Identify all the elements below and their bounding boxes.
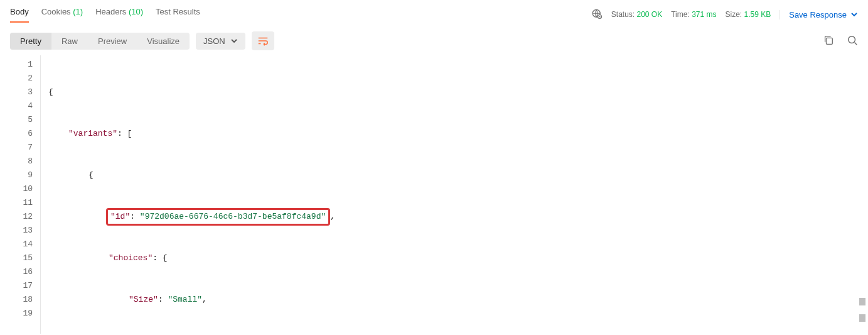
globe-icon[interactable]: [591, 8, 603, 21]
line-number: 15: [10, 251, 33, 265]
format-dropdown[interactable]: JSON: [196, 33, 245, 50]
wrap-icon: [257, 35, 269, 47]
svg-rect-2: [826, 38, 832, 44]
response-body: 1 2 3 4 5 6 7 8 9 10 11 12 13 14 15 16 1…: [0, 55, 868, 334]
chevron-down-icon: [850, 11, 858, 18]
size-value: 1.59 KB: [744, 10, 771, 19]
view-visualize[interactable]: Visualize: [137, 33, 190, 50]
line-number: 4: [10, 99, 33, 113]
code-content[interactable]: { "variants": [ { "id": "972d06ae-6676-4…: [40, 55, 868, 334]
search-icon: [847, 35, 858, 46]
line-number: 18: [10, 293, 33, 307]
line-number: 3: [10, 85, 33, 99]
status-size: Size: 1.59 KB: [725, 10, 771, 19]
copy-icon: [823, 35, 834, 46]
line-number: 12: [10, 210, 33, 224]
right-tools: [823, 35, 858, 48]
format-label: JSON: [203, 36, 225, 46]
line-number: 14: [10, 238, 33, 251]
line-number: 1: [10, 58, 33, 72]
svg-point-3: [849, 36, 855, 43]
line-number: 11: [10, 196, 33, 210]
line-number: 6: [10, 127, 33, 141]
tab-cookies-label: Cookies: [41, 7, 71, 16]
highlighted-id: "id": "972d06ae-6676-46c6-b3d7-be5af8fc4…: [106, 208, 330, 226]
scroll-marker: [859, 298, 865, 305]
line-number: 17: [10, 279, 33, 293]
code-line: {: [48, 168, 868, 182]
status-label: Status:: [611, 10, 635, 19]
status-bar: Status: 200 OK Time: 371 ms Size: 1.59 K…: [591, 8, 858, 21]
line-number: 2: [10, 72, 33, 85]
code-line: "id": "972d06ae-6676-46c6-b3d7-be5af8fc4…: [48, 210, 868, 224]
search-button[interactable]: [847, 35, 858, 48]
code-line: "variants": [: [48, 127, 868, 141]
line-number: 7: [10, 141, 33, 155]
view-mode-tabs: Pretty Raw Preview Visualize: [10, 33, 190, 50]
time-label: Time:: [671, 10, 690, 19]
code-line: "Size": "Small",: [48, 293, 868, 307]
size-label: Size:: [725, 10, 742, 19]
left-tools: Pretty Raw Preview Visualize JSON: [10, 31, 274, 50]
line-number: 10: [10, 182, 33, 196]
line-number: 16: [10, 265, 33, 279]
line-number: 8: [10, 155, 33, 168]
tab-headers-count: (10): [129, 7, 143, 16]
tab-test-results[interactable]: Test Results: [156, 7, 200, 23]
tab-headers[interactable]: Headers (10): [95, 7, 143, 23]
save-response-label: Save Response: [789, 10, 847, 19]
scroll-track[interactable]: [857, 57, 868, 335]
save-response-button[interactable]: Save Response: [780, 10, 858, 19]
tab-body[interactable]: Body: [10, 7, 29, 23]
line-number: 5: [10, 113, 33, 127]
wrap-lines-button[interactable]: [252, 31, 274, 50]
view-pretty[interactable]: Pretty: [10, 33, 51, 50]
line-number: 19: [10, 307, 33, 321]
tab-headers-label: Headers: [95, 7, 126, 16]
copy-button[interactable]: [823, 35, 834, 48]
time-value: 371 ms: [692, 10, 716, 19]
code-line: "choices": {: [48, 251, 868, 265]
line-number: 13: [10, 224, 33, 238]
chevron-down-icon: [230, 37, 238, 45]
view-raw[interactable]: Raw: [51, 33, 88, 50]
code-line: {: [48, 85, 868, 99]
response-header: Body Cookies (1) Headers (10) Test Resul…: [0, 0, 868, 24]
scroll-marker: [859, 314, 865, 322]
status-value: 200 OK: [637, 10, 663, 19]
line-number: 9: [10, 168, 33, 182]
response-tabs: Body Cookies (1) Headers (10) Test Resul…: [10, 7, 200, 23]
status-time: Time: 371 ms: [671, 10, 716, 19]
view-preview[interactable]: Preview: [88, 33, 137, 50]
response-toolbar: Pretty Raw Preview Visualize JSON: [0, 24, 868, 55]
line-gutter: 1 2 3 4 5 6 7 8 9 10 11 12 13 14 15 16 1…: [10, 55, 40, 334]
status-code: Status: 200 OK: [611, 10, 662, 19]
tab-cookies-count: (1): [73, 7, 83, 16]
tab-cookies[interactable]: Cookies (1): [41, 7, 83, 23]
